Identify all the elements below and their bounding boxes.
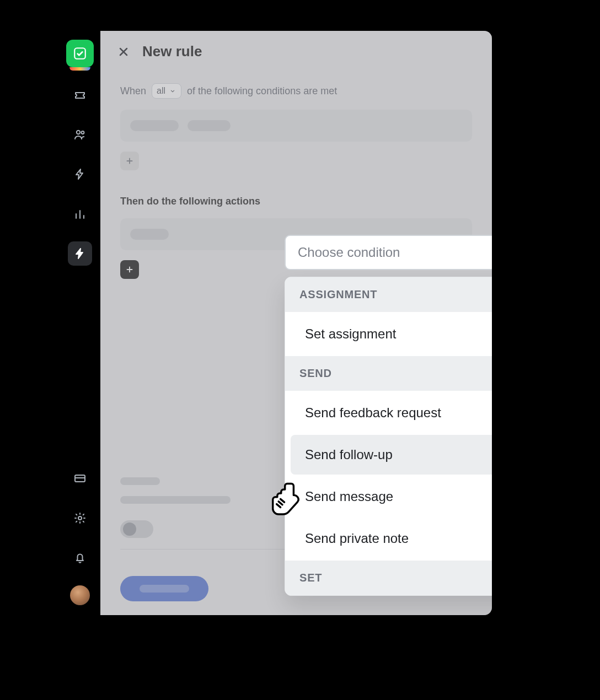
app-shell: New rule When all of the following condi… [60,31,492,615]
rule-enabled-toggle[interactable] [120,520,153,538]
bell-icon [73,551,87,564]
svg-point-1 [77,131,80,134]
dropdown-item[interactable]: Set assignment [291,314,492,354]
dropdown-group-header: SET [285,561,492,595]
modal-header: New rule [100,31,492,72]
main-panel: New rule When all of the following condi… [100,31,492,615]
sidebar-item-rules[interactable] [68,241,92,266]
sidebar-item-settings[interactable] [68,506,92,530]
bar-chart-icon [73,207,87,220]
user-avatar[interactable] [70,585,90,605]
credit-card-icon [73,472,87,485]
dropdown-group-header: ASSIGNMENT [285,277,492,312]
dropdown-group-header: SEND [285,356,492,391]
sidebar [60,31,100,615]
actions-section-label: Then do the following actions [120,196,472,207]
plus-icon [125,156,135,166]
skeleton [188,120,231,131]
app-logo[interactable] [66,40,94,67]
conditions-when-line: When all of the following conditions are… [120,83,472,99]
when-label: When [120,85,146,97]
dropdown-item[interactable]: Send follow-up [291,435,492,475]
action-select-placeholder: Choose condition [298,245,400,260]
skeleton [120,496,231,504]
skeleton [130,120,179,131]
action-select-trigger[interactable]: Choose condition [285,235,492,270]
close-button[interactable] [116,44,131,60]
sidebar-item-tickets[interactable] [68,83,92,107]
svg-point-4 [78,516,82,520]
ticket-icon [73,88,87,101]
action-select-menu: ASSIGNMENTSet assignmentSENDSend feedbac… [285,277,492,596]
sidebar-item-contacts[interactable] [68,122,92,147]
add-action-button[interactable] [120,260,139,279]
bolt-filled-icon [73,247,87,260]
sidebar-item-automation[interactable] [68,162,92,186]
gear-icon [73,511,87,525]
skeleton [140,585,189,593]
condition-match-value: all [157,86,165,96]
sidebar-item-billing[interactable] [68,466,92,491]
when-label-after: of the following conditions are met [187,85,337,97]
condition-match-select[interactable]: all [152,83,181,99]
bolt-icon [73,168,87,181]
close-icon [117,45,130,58]
action-select-popover: Choose condition ASSIGNMENTSet assignmen… [285,235,492,596]
sidebar-item-analytics[interactable] [68,202,92,226]
dropdown-item[interactable]: Send private note [291,519,492,558]
skeleton [120,477,160,485]
condition-row-placeholder[interactable] [120,110,472,142]
sidebar-item-notifications[interactable] [68,546,92,570]
dropdown-item[interactable]: Send feedback request [291,393,492,433]
dropdown-item[interactable]: Send message [291,477,492,516]
skeleton [130,229,169,240]
save-rule-button[interactable] [120,576,208,601]
page-title: New rule [142,43,202,60]
cursor-pointer-illustration [266,477,307,518]
checkbox-icon [73,46,87,61]
plus-icon [125,265,135,274]
users-icon [73,128,87,141]
divider [120,549,297,550]
add-condition-button[interactable] [120,152,139,170]
svg-point-2 [82,131,84,134]
chevron-down-icon [169,87,176,95]
